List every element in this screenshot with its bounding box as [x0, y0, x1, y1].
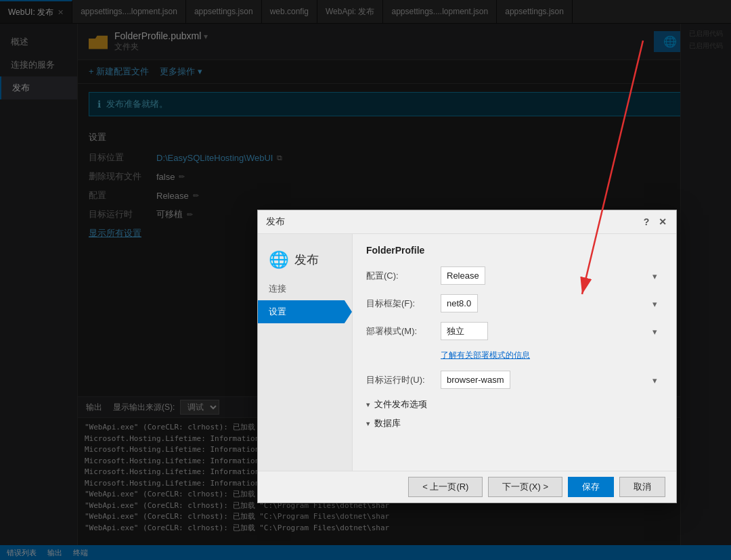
- chevron-down-icon: ▾: [366, 419, 370, 428]
- modal-tab-connection[interactable]: 连接: [258, 277, 352, 300]
- next-page-button[interactable]: 下一页(X) >: [488, 477, 562, 497]
- modal-content: FolderProfile 配置(C): Release Debug 目标框架(…: [353, 234, 676, 471]
- modal-globe-icon: 🌐: [269, 250, 289, 269]
- runtime-select-wrap: browser-wasm win-x64 linux-x64: [441, 371, 663, 389]
- deploy-learn-more-link[interactable]: 了解有关部署模式的信息: [441, 350, 530, 361]
- collapsible-database[interactable]: ▾ 数据库: [366, 417, 663, 429]
- modal-profile-title: FolderProfile: [366, 245, 663, 256]
- prev-page-button[interactable]: < 上一页(R): [408, 477, 483, 497]
- config-select[interactable]: Release Debug: [441, 266, 485, 285]
- form-label-config: 配置(C):: [366, 270, 441, 282]
- publish-modal: 发布 ? ✕ 🌐 发布 连接 设置: [257, 210, 677, 503]
- deploy-select-wrap: 独立 框架依赖: [441, 322, 663, 340]
- modal-help-button[interactable]: ?: [641, 216, 652, 227]
- modal-title: 发布: [266, 216, 285, 228]
- deploy-select[interactable]: 独立 框架依赖: [441, 322, 488, 340]
- modal-titlebar: 发布 ? ✕: [258, 210, 676, 234]
- modal-body: 🌐 发布 连接 设置 FolderProfile 配置(C):: [258, 234, 676, 471]
- modal-sidebar: 🌐 发布 连接 设置: [258, 234, 353, 471]
- framework-select-wrap: net8.0: [441, 294, 663, 312]
- cancel-button[interactable]: 取消: [619, 477, 665, 497]
- modal-close-button[interactable]: ✕: [657, 216, 668, 227]
- config-select-wrap: Release Debug: [441, 266, 663, 285]
- form-label-framework: 目标框架(F):: [366, 298, 441, 310]
- framework-select[interactable]: net8.0: [441, 294, 478, 312]
- modal-controls: ? ✕: [641, 216, 668, 227]
- modal-tab-settings[interactable]: 设置: [258, 300, 352, 323]
- form-label-runtime: 目标运行时(U):: [366, 374, 441, 386]
- form-row-link: 了解有关部署模式的信息: [441, 350, 663, 361]
- chevron-down-icon: ▾: [366, 400, 370, 409]
- save-button[interactable]: 保存: [568, 477, 614, 497]
- form-row-runtime: 目标运行时(U): browser-wasm win-x64 linux-x64: [366, 371, 663, 389]
- modal-overlay[interactable]: 发布 ? ✕ 🌐 发布 连接 设置: [0, 0, 731, 560]
- form-row-config: 配置(C): Release Debug: [366, 266, 663, 285]
- modal-heading: 发布: [294, 252, 319, 268]
- runtime-select[interactable]: browser-wasm win-x64 linux-x64: [441, 371, 510, 389]
- form-row-deploy: 部署模式(M): 独立 框架依赖: [366, 322, 663, 340]
- form-row-framework: 目标框架(F): net8.0: [366, 294, 663, 312]
- collapsible-file-publish[interactable]: ▾ 文件发布选项: [366, 398, 663, 411]
- modal-footer: < 上一页(R) 下一页(X) > 保存 取消: [258, 471, 676, 503]
- form-label-deploy: 部署模式(M):: [366, 325, 441, 337]
